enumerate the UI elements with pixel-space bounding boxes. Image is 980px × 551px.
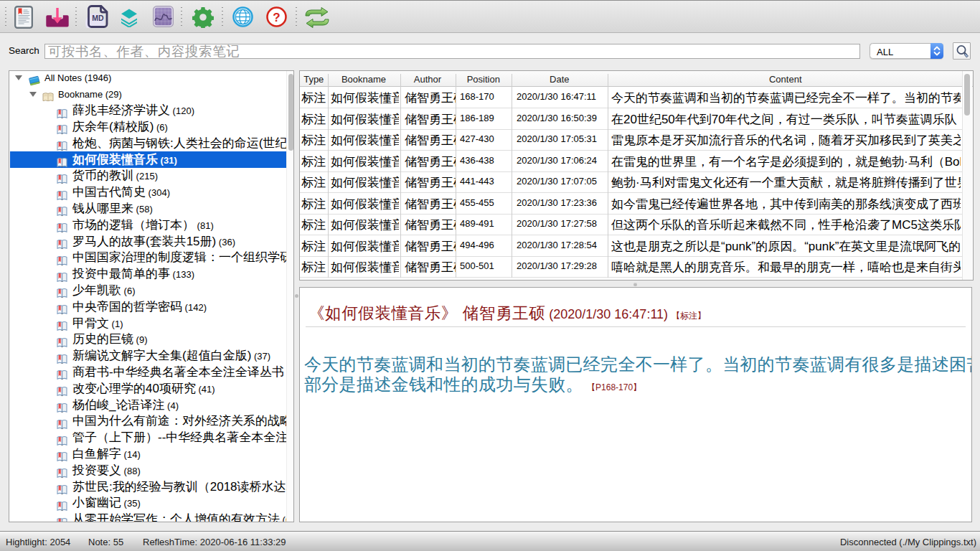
svg-text:MD: MD	[92, 14, 104, 22]
svg-text:?: ?	[273, 11, 280, 24]
